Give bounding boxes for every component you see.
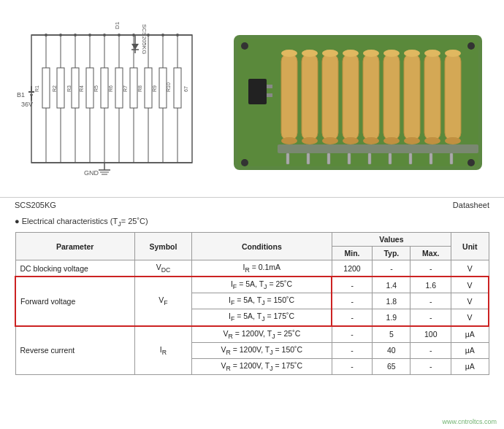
svg-rect-0 (31, 35, 192, 163)
cond-fv3: IF = 5A, TJ = 175˚C (192, 309, 332, 326)
r4-label: R4 (79, 85, 84, 91)
svg-rect-62 (267, 93, 272, 97)
symbol-dc: VDC (134, 260, 191, 277)
typ-rc1: 5 (373, 326, 411, 343)
header-unit: Unit (451, 233, 489, 260)
min-fv3: - (332, 309, 373, 326)
info-bar: SCS205KG Datasheet (0, 197, 504, 212)
svg-point-53 (176, 34, 179, 36)
svg-rect-61 (267, 85, 272, 88)
svg-rect-26 (115, 68, 123, 108)
cond-rc3: VR = 1200V, TJ = 175˚C (192, 358, 332, 374)
svg-rect-72 (343, 53, 359, 141)
svg-rect-93 (327, 153, 330, 164)
header-min: Min. (332, 247, 373, 260)
part-number-label: SCS205KG (141, 24, 148, 54)
svg-point-58 (241, 159, 248, 166)
svg-rect-75 (363, 53, 379, 141)
table-row: Forward voltage VF IF = 5A, TJ = 25˚C - … (15, 277, 489, 293)
svg-rect-69 (322, 53, 338, 141)
datasheet-label: Datasheet (453, 201, 489, 209)
svg-point-76 (363, 50, 379, 57)
r67-label: 67 (183, 86, 188, 92)
unit-rc1: μA (451, 326, 489, 343)
header-parameter: Parameter (15, 233, 134, 260)
top-section: B1 36V D1 SCS205KG R1 (0, 0, 504, 197)
watermark: www.cntroltcs.com (442, 418, 497, 425)
svg-rect-66 (302, 53, 318, 141)
min-fv2: - (332, 293, 373, 309)
header-conditions: Conditions (192, 233, 332, 260)
r1-label: R1 (34, 85, 39, 91)
cond-rc2: VR = 1200V, TJ = 150˚C (192, 342, 332, 358)
svg-point-52 (161, 34, 164, 36)
svg-rect-91 (286, 153, 289, 164)
svg-point-70 (322, 50, 338, 57)
r3-label: R3 (66, 85, 72, 91)
param-forward-voltage: Forward voltage (15, 277, 134, 325)
cond-rc1: VR = 1200V, TJ = 25˚C (192, 326, 332, 343)
svg-point-80 (383, 137, 400, 144)
unit-fv3: V (451, 309, 489, 326)
svg-point-68 (302, 137, 318, 144)
svg-rect-81 (404, 53, 420, 141)
max-rc2: - (411, 342, 451, 358)
header-values: Values (332, 233, 451, 247)
typ-rc2: 40 (373, 342, 411, 358)
svg-rect-87 (445, 53, 461, 141)
svg-point-57 (467, 42, 475, 50)
r9-label: R9 (152, 85, 157, 91)
svg-point-46 (74, 34, 77, 36)
cond-fv2: IF = 5A, TJ = 150˚C (192, 293, 332, 309)
svg-rect-99 (450, 153, 453, 164)
header-symbol: Symbol (134, 233, 191, 260)
svg-point-86 (424, 137, 440, 144)
svg-rect-84 (424, 53, 440, 141)
svg-rect-97 (409, 153, 412, 164)
circuit-diagram: B1 36V D1 SCS205KG R1 (11, 13, 215, 188)
gnd-label: GND (84, 169, 99, 177)
svg-point-48 (103, 34, 106, 36)
table-row: Reverse current IR VR = 1200V, TJ = 25˚C… (15, 326, 489, 343)
param-dc-blocking: DC blocking voltage (15, 260, 134, 277)
svg-rect-78 (383, 53, 400, 141)
cond-fv1: IF = 5A, TJ = 25˚C (192, 277, 332, 293)
r7-label: R7 (123, 85, 128, 91)
svg-point-82 (404, 50, 420, 57)
d1-label: D1 (114, 21, 121, 29)
min-dc: 1200 (332, 260, 373, 277)
r6-label: R6 (108, 85, 113, 91)
svg-point-79 (383, 50, 400, 57)
svg-rect-20 (86, 68, 93, 108)
unit-rc2: μA (451, 342, 489, 358)
pcb-image (223, 13, 493, 188)
min-rc1: - (332, 326, 373, 343)
svg-point-59 (467, 159, 475, 166)
unit-dc: V (451, 260, 489, 277)
svg-rect-63 (281, 53, 297, 141)
svg-rect-94 (348, 153, 351, 164)
svg-point-49 (118, 34, 121, 36)
electrical-table: Parameter Symbol Conditions Values Unit … (15, 232, 489, 375)
elec-section: Electrical characteristics (TJ= 25˚C) Pa… (0, 212, 504, 375)
min-rc3: - (332, 358, 373, 374)
svg-rect-38 (174, 68, 181, 108)
svg-point-64 (281, 50, 297, 57)
r2-label: R2 (52, 85, 57, 91)
svg-point-89 (445, 137, 461, 144)
svg-rect-11 (42, 68, 50, 108)
svg-point-73 (343, 50, 359, 57)
svg-point-77 (363, 137, 379, 144)
r8-label: R8 (137, 85, 142, 91)
svg-point-83 (404, 137, 420, 144)
svg-rect-14 (57, 68, 64, 108)
svg-point-51 (147, 34, 150, 36)
b1-label: B1 (17, 91, 25, 98)
unit-rc3: μA (451, 358, 489, 374)
table-header-row: Parameter Symbol Conditions Values Unit (15, 233, 489, 247)
header-max: Max. (411, 247, 451, 260)
svg-point-67 (302, 50, 318, 57)
svg-point-85 (424, 50, 440, 57)
max-fv1: 1.6 (411, 277, 451, 293)
typ-rc3: 65 (373, 358, 411, 374)
